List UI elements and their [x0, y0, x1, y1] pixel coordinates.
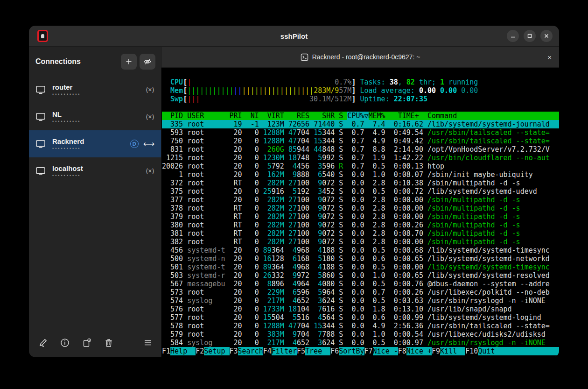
process-row-1[interactable]: 1 root 20 0 162M 9888 6540 S 0.0 1.0 0:0… — [162, 170, 559, 179]
fkey-f7: F7 — [364, 347, 373, 355]
fkey-f5: F5 — [297, 347, 305, 355]
tab-title: Racknerd - root@racknerd-0c9627: ~ — [312, 53, 420, 61]
fkey-action-filter[interactable]: Filter — [272, 347, 297, 355]
fkey-f10: F10 — [465, 347, 478, 355]
terminal-screen[interactable]: CPU[| 0.7%] Tasks: 38, 82 thr; 1 running… — [161, 68, 559, 357]
fkey-action-search[interactable]: Search — [238, 347, 263, 355]
process-row-377[interactable]: 377 root 20 0 282M 27100 9072 S 0.0 2.8 … — [162, 196, 559, 204]
terminal-line: Mem[||||||||||||||||||||||||||||||283M/9… — [162, 86, 559, 95]
titlebar: sshPilot — [29, 26, 559, 47]
hamburger-icon — [143, 338, 153, 347]
process-row-456[interactable]: 456 systemd-t 20 0 89364 4968 4188 S 0.0… — [162, 246, 559, 255]
duplicate-connection-button[interactable] — [82, 338, 91, 347]
sidebar-title: Connections — [35, 57, 81, 66]
connection-password-dots: •••••••••• — [52, 120, 81, 123]
computer-icon — [35, 139, 46, 149]
minimize-button[interactable] — [507, 30, 519, 42]
minimize-icon — [510, 33, 516, 39]
eye-off-icon — [143, 57, 152, 66]
delete-connection-button[interactable] — [104, 338, 113, 347]
hide-passwords-button[interactable] — [140, 54, 155, 70]
connection-password-dots: •••••••••• — [52, 174, 83, 177]
process-row-382[interactable]: 382 root RT 0 282M 27100 9072 S 0.0 2.8 … — [162, 238, 559, 246]
process-row-1215[interactable]: 1215 root 20 0 1230M 18748 5992 S 0.7 1.… — [162, 154, 559, 162]
terminal-icon — [301, 53, 308, 61]
process-row-831[interactable]: 831 root 20 0 260G 85944 44848 S 0.7 8.8… — [162, 145, 559, 154]
fkey-action-nice-[interactable]: Nice - — [373, 347, 398, 355]
info-button[interactable] — [60, 338, 70, 347]
edit-connection-button[interactable] — [38, 338, 48, 347]
connected-icon: ⟷ — [143, 139, 154, 149]
process-row-380[interactable]: 380 root RT 0 282M 27100 9072 S 0.0 2.8 … — [162, 221, 559, 229]
process-row-574[interactable]: 574 syslog 20 0 217M 4652 3624 S 0.0 0.5… — [162, 297, 559, 305]
process-row-501[interactable]: 501 systemd-t 20 0 89364 4968 4188 S 0.0… — [162, 263, 559, 271]
terminal-pane: Racknerd - root@racknerd-0c9627: ~ × CPU… — [161, 47, 559, 357]
fkey-f2: F2 — [196, 347, 204, 355]
disconnected-icon: ⟨×⟩ — [146, 113, 154, 120]
close-icon — [544, 33, 549, 39]
fkey-action-tree[interactable]: Tree — [305, 347, 330, 355]
add-connection-button[interactable] — [121, 54, 137, 70]
process-row-372[interactable]: 372 root RT 0 282M 27100 9072 S 0.0 2.8 … — [162, 179, 559, 187]
htop-column-header[interactable]: PID USER PRI NI VIRT RES SHR S CPU%▽MEM%… — [162, 112, 559, 120]
htop-function-key-bar: F1Help F2Setup F3SearchF4FilterF5Tree F6… — [162, 347, 559, 355]
connection-item-nl[interactable]: NL••••••••••⟨×⟩ — [29, 103, 161, 130]
terminal-line: Swp[||| 30.1M/512M] Uptime: 22:07:35 — [162, 95, 559, 103]
process-row-578[interactable]: 578 root 20 0 1288M 47704 15344 S 0.0 4.… — [162, 322, 559, 330]
connection-item-localhost[interactable]: localhost••••••••••⟨×⟩ — [29, 157, 161, 184]
process-row-335[interactable]: 335 root 19 -1 123M 72656 71440 S 0.7 7.… — [162, 120, 559, 128]
connection-name: Racknerd — [52, 138, 84, 145]
process-row-500[interactable]: 500 systemd-n 20 0 16128 6168 5180 S 0.0… — [162, 255, 559, 263]
process-row-378[interactable]: 378 root RT 0 282M 27100 9072 S 0.0 2.8 … — [162, 204, 559, 212]
process-row-567[interactable]: 567 messagebu 20 0 8896 4964 4080 S 0.0 … — [162, 280, 559, 288]
computer-icon — [35, 112, 46, 121]
dynamic-badge: D — [130, 140, 139, 148]
process-row-379[interactable]: 379 root RT 0 282M 27100 9072 S 0.0 2.8 … — [162, 212, 559, 221]
tab-close-button[interactable]: × — [547, 53, 552, 61]
fkey-action-setup[interactable]: Setup — [204, 347, 229, 355]
fkey-action-sortby[interactable]: SortBy — [339, 347, 364, 355]
terminal-line — [162, 103, 559, 112]
connection-name: router — [52, 84, 81, 91]
close-button[interactable] — [540, 30, 553, 42]
process-row-573[interactable]: 573 root 20 0 229M 6596 5964 S 0.0 0.7 0… — [162, 288, 559, 297]
fkey-action-nice-[interactable]: Nice + — [406, 347, 432, 355]
app-window: sshPilot Connections — [29, 26, 559, 357]
disconnected-icon: ⟨×⟩ — [146, 86, 154, 93]
computer-icon — [35, 85, 46, 94]
computer-icon — [35, 166, 46, 176]
window-title: sshPilot — [29, 32, 559, 40]
fkey-action-quit[interactable]: Quit — [478, 347, 559, 355]
process-row-20026[interactable]: 20026 root 20 0 5792 4456 3596 R 0.7 0.5… — [162, 162, 559, 170]
disconnected-icon: ⟨×⟩ — [146, 167, 154, 175]
process-row-375[interactable]: 375 root 20 0 25916 5192 3452 S 0.0 0.5 … — [162, 187, 559, 196]
process-row-577[interactable]: 577 root 20 0 15504 5516 4564 S 0.0 0.6 … — [162, 313, 559, 322]
fkey-f9: F9 — [432, 347, 440, 355]
process-row-503[interactable]: 503 systemd-r 20 0 26332 9972 5860 S 0.0… — [162, 271, 559, 280]
maximize-icon — [527, 33, 532, 39]
connection-item-racknerd[interactable]: Racknerd••••••••••D⟷ — [29, 130, 161, 157]
connections-sidebar: Connections router••••••••••⟨×⟩NL•••••••… — [29, 47, 161, 357]
process-row-576[interactable]: 576 root 20 0 1733M 18104 7616 S 0.0 1.8… — [162, 305, 559, 313]
maximize-button[interactable] — [524, 30, 536, 42]
terminal-line: CPU[| 0.7%] Tasks: 38, 82 thr; 1 running — [162, 78, 559, 86]
fkey-f3: F3 — [230, 347, 238, 355]
fkey-f6: F6 — [330, 347, 339, 355]
process-row-593[interactable]: 593 root 20 0 1288M 47704 15344 S 0.7 4.… — [162, 128, 559, 137]
connection-password-dots: •••••••••• — [52, 92, 81, 96]
sidebar-toolbar — [29, 331, 161, 357]
menu-button[interactable] — [143, 338, 153, 347]
fkey-f1: F1 — [162, 347, 170, 355]
process-row-381[interactable]: 381 root RT 0 282M 27100 9072 S 0.0 2.8 … — [162, 229, 559, 238]
connection-name: localhost — [52, 165, 83, 172]
plus-icon — [125, 58, 133, 65]
process-row-750[interactable]: 750 root 20 0 1288M 47704 15344 S 0.7 4.… — [162, 137, 559, 145]
pencil-icon — [38, 338, 48, 347]
connection-item-router[interactable]: router••••••••••⟨×⟩ — [29, 76, 161, 103]
process-row-584[interactable]: 584 syslog 20 0 217M 4652 3624 S 0.0 0.5… — [162, 339, 559, 347]
fkey-action-kill[interactable]: Kill — [440, 347, 465, 355]
trash-icon — [104, 338, 113, 347]
fkey-action-help[interactable]: Help — [170, 347, 196, 355]
process-row-579[interactable]: 579 root 20 0 383M 9704 7788 S 0.0 1.0 0… — [162, 330, 559, 339]
connection-list: router••••••••••⟨×⟩NL••••••••••⟨×⟩Rackne… — [29, 76, 161, 184]
